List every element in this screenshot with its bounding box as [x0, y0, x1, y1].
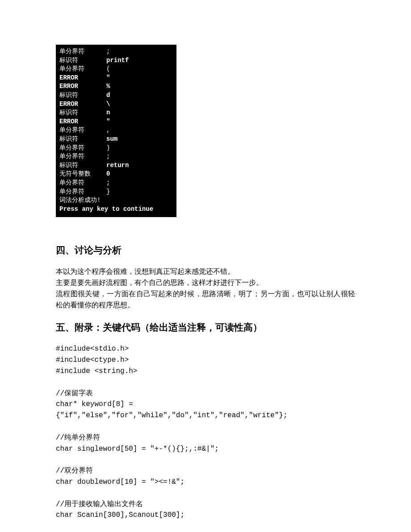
console-col-value: return — [106, 161, 173, 170]
console-row: 标识符n — [59, 109, 173, 117]
console-col-type: 无符号整数 — [59, 170, 106, 179]
console-prompt: Press any key to continue — [59, 205, 173, 214]
console-row: 标识符return — [59, 161, 173, 170]
console-row: 标识符printf — [59, 56, 173, 65]
console-col-value: ( — [106, 65, 173, 74]
console-col-type: 标识符 — [59, 109, 106, 117]
console-row: 单分界符; — [59, 47, 173, 56]
console-col-value: ) — [106, 144, 173, 153]
console-col-type: 单分界符 — [59, 47, 106, 56]
console-row: 单分界符, — [59, 126, 173, 135]
console-col-type: ERROR — [59, 74, 106, 83]
section4-body: 本以为这个程序会很难，没想到真正写起来感觉还不错。 主要是要先画好流程图，有个自… — [56, 266, 355, 310]
console-col-value: n — [106, 109, 173, 117]
console-col-type: 单分界符 — [59, 188, 106, 197]
console-col-value: ; — [106, 179, 173, 188]
console-col-value: " — [106, 74, 173, 83]
console-success: 词法分析成功! — [59, 196, 173, 205]
console-row: ERROR" — [59, 74, 173, 83]
section4-p1: 本以为这个程序会很难，没想到真正写起来感觉还不错。 — [56, 268, 235, 275]
console-row: ERROR% — [59, 82, 173, 91]
console-row: 单分界符} — [59, 188, 173, 197]
console-row: 单分界符( — [59, 65, 173, 74]
console-col-value: % — [106, 82, 173, 91]
console-row: ERROR" — [59, 117, 173, 126]
section5-heading: 五、附录：关键代码（给出适当注释，可读性高） — [56, 321, 355, 334]
console-col-type: 标识符 — [59, 91, 106, 100]
section5-code: #include<stdio.h> #include<ctype.h> #inc… — [56, 343, 355, 521]
console-row: 单分界符; — [59, 152, 173, 161]
console-col-value: d — [106, 91, 173, 100]
console-col-type: 单分界符 — [59, 65, 106, 74]
console-col-value: 0 — [106, 170, 173, 179]
console-col-type: 单分界符 — [59, 152, 106, 161]
console-row: 标识符sum — [59, 135, 173, 144]
console-row: ERROR\ — [59, 100, 173, 109]
console-col-type: 单分界符 — [59, 126, 106, 135]
console-col-type: 标识符 — [59, 161, 106, 170]
console-col-type: 标识符 — [59, 56, 106, 65]
console-col-type: 单分界符 — [59, 179, 106, 188]
console-col-type: ERROR — [59, 117, 106, 126]
console-col-value: printf — [106, 56, 173, 65]
console-col-value: } — [106, 188, 173, 197]
section4-p2: 主要是要先画好流程图，有个自己的思路，这样才好进行下一步。 — [56, 279, 263, 286]
console-col-value: " — [106, 117, 173, 126]
section4-heading: 四、讨论与分析 — [56, 244, 355, 256]
section4-p3: 流程图很关键，一方面在自己写起来的时候，思路清晰，明了；另一方面，也可以让别人很… — [56, 290, 355, 309]
console-col-value: \ — [106, 100, 173, 109]
console-col-type: ERROR — [59, 100, 106, 109]
console-col-value: ; — [106, 47, 173, 56]
console-col-type: 标识符 — [59, 135, 106, 144]
console-col-value: , — [106, 126, 173, 135]
console-col-value: ; — [106, 152, 173, 161]
console-col-type: ERROR — [59, 82, 106, 91]
console-col-value: sum — [106, 135, 173, 144]
console-row: 标识符d — [59, 91, 173, 100]
console-col-type: 单分界符 — [59, 144, 106, 153]
console-output: 单分界符;标识符printf单分界符(ERROR"ERROR%标识符dERROR… — [56, 45, 176, 217]
console-row: 单分界符; — [59, 179, 173, 188]
console-row: 无符号整数0 — [59, 170, 173, 179]
document-page: 单分界符;标识符printf单分界符(ERROR"ERROR%标识符dERROR… — [0, 0, 411, 532]
console-row: 单分界符) — [59, 144, 173, 153]
